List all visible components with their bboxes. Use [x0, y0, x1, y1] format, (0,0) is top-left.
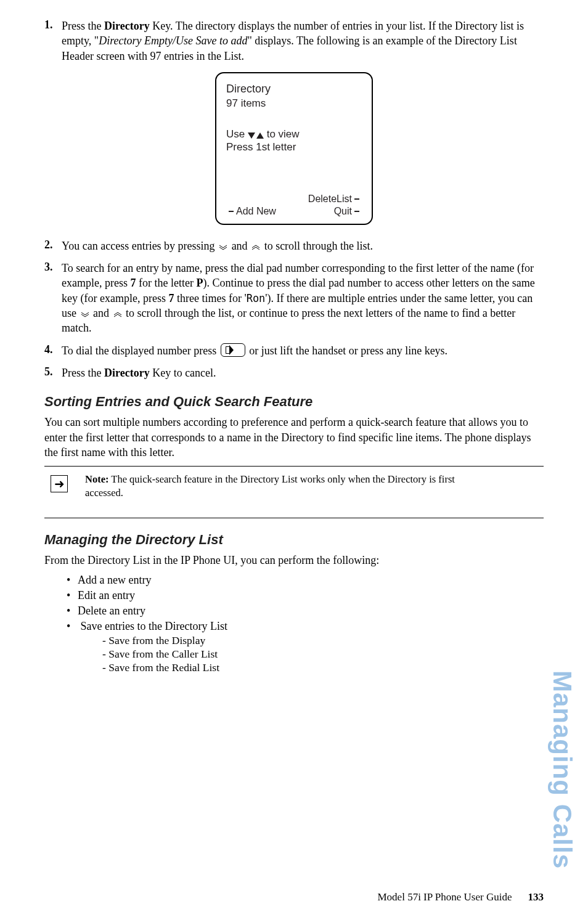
step-2-text: You can access entries by pressing and t…: [62, 238, 544, 253]
t: P: [196, 277, 203, 289]
t: Directory Empty/Use Save to add: [99, 35, 247, 47]
list-item: Add a new entry: [78, 574, 544, 587]
list-item: Edit an entry: [78, 589, 544, 602]
step-number: 5.: [44, 365, 62, 380]
list-item: - Save from the Display: [102, 634, 544, 647]
t: and: [93, 307, 112, 319]
page-footer: Model 57i IP Phone User Guide 133: [378, 891, 544, 903]
scroll-up-icon: [113, 312, 122, 317]
sorting-body: You can sort multiple numbers according …: [44, 415, 544, 460]
t: Use: [226, 128, 248, 140]
scroll-up-icon: [251, 245, 260, 250]
list-item: - Save from the Redial List: [102, 661, 544, 674]
softkey-dash-icon: [354, 198, 359, 200]
t: to scroll through the list, or continue …: [62, 307, 515, 334]
footer-page-number: 133: [528, 891, 544, 903]
list-item: Delete an entry: [78, 605, 544, 618]
note-label: Note:: [85, 473, 108, 485]
t: To dial the displayed number press: [62, 344, 219, 357]
phone-title: Directory: [226, 82, 362, 96]
phone-item-count: 97 items: [226, 97, 362, 110]
step-3-text: To search for an entry by name, press th…: [62, 261, 544, 335]
t: to scroll through the list.: [264, 240, 373, 252]
list-item: Save entries to the Directory List - Sav…: [78, 620, 544, 674]
t: The quick-search feature in the Director…: [85, 473, 455, 499]
t: three times for ': [174, 292, 246, 304]
t: Press the: [62, 20, 104, 32]
phone-screen-illustration: Directory 97 items Use to view Press 1st…: [215, 72, 373, 225]
softkey-deletelist: DeleteList: [308, 193, 352, 205]
section-heading-sorting: Sorting Entries and Quick Search Feature: [44, 394, 544, 410]
step-number: 2.: [44, 238, 62, 253]
scroll-down-icon: [219, 245, 227, 250]
scroll-down-icon: [81, 312, 89, 317]
step-number: 3.: [44, 261, 62, 335]
section-heading-managing: Managing the Directory List: [44, 532, 544, 548]
t: Ron: [247, 292, 266, 304]
t: Press the: [62, 367, 104, 379]
speaker-button-icon: [221, 343, 245, 357]
t: to view: [264, 128, 300, 140]
t: Save entries to the Directory List: [81, 620, 227, 632]
t: or just lift the handset or press any li…: [249, 344, 447, 357]
note-text: Note: The quick-search feature in the Di…: [85, 473, 544, 500]
managing-intro: From the Directory List in the IP Phone …: [44, 553, 544, 568]
triangle-up-icon: [256, 132, 264, 139]
step-number: 1.: [44, 18, 62, 63]
list-item: - Save from the Caller List: [102, 648, 544, 661]
softkey-addnew: Add New: [236, 205, 276, 218]
t: Key to cancel.: [150, 367, 216, 379]
step-5-text: Press the Directory Key to cancel.: [62, 365, 544, 380]
step-4-text: To dial the displayed number press or ju…: [62, 343, 544, 358]
softkey-dash-icon: [354, 211, 359, 212]
softkey-dash-icon: [229, 211, 234, 212]
t: for the letter: [136, 277, 196, 289]
step-1-text: Press the Directory Key. The directory d…: [62, 18, 544, 63]
phone-use-line: Use to view: [226, 128, 362, 141]
step-number: 4.: [44, 343, 62, 358]
note-box: ➜ Note: The quick-search feature in the …: [44, 466, 544, 518]
t: Directory: [104, 367, 150, 379]
phone-press-line: Press 1st letter: [226, 141, 362, 153]
softkey-quit: Quit: [334, 205, 352, 218]
t: and: [232, 240, 251, 252]
note-arrow-icon: ➜: [51, 475, 68, 492]
t: You can access entries by pressing: [62, 240, 218, 252]
t: Directory: [104, 20, 150, 32]
footer-title: Model 57i IP Phone User Guide: [378, 891, 512, 903]
triangle-down-icon: [248, 132, 255, 139]
side-tab-label: Managing Calls: [547, 671, 577, 869]
